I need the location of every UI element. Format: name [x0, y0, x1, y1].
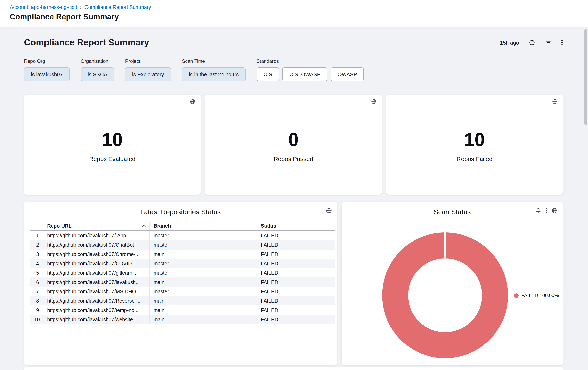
- stat-card-repos-passed: 0Repos Passed: [205, 95, 382, 195]
- status-cell: FAILED: [257, 296, 335, 306]
- branch-cell: master: [149, 268, 257, 278]
- dashboard-area: Compliance Report Summary 15h ago Repo O…: [0, 27, 588, 370]
- more-options-icon[interactable]: [546, 208, 547, 213]
- repo-url-cell: https://github.com/lavakush07/MS.DHO...: [43, 287, 149, 296]
- donut-slice-boundary: [444, 232, 446, 259]
- filter-group-scan-time: Scan Timeis in the last 24 hours: [182, 59, 246, 81]
- dashboard-title: Compliance Report Summary: [24, 37, 149, 48]
- filter-chip-is-ssca[interactable]: is SSCA: [81, 67, 114, 81]
- table-card-header: Latest Repositories Status: [24, 207, 337, 217]
- status-cell: FAILED: [257, 287, 335, 296]
- scrollbar-thumb[interactable]: [584, 29, 587, 125]
- filter-chips: is Exploratory: [125, 67, 171, 81]
- filter-label: Organization: [81, 59, 114, 64]
- legend-label: FAILED 100.00%: [521, 292, 559, 298]
- dashboard-header: Compliance Report Summary 15h ago: [24, 37, 563, 48]
- row-number: 9: [31, 307, 43, 313]
- dashboard-actions: 15h ago: [500, 39, 563, 46]
- globe-icon[interactable]: [552, 208, 557, 213]
- filter-chip-owasp[interactable]: OWASP: [331, 67, 364, 81]
- branch-cell: master: [149, 231, 257, 240]
- table-row: 3https://github.com/lavakush07/Chrome-..…: [31, 250, 335, 259]
- repo-url-cell: https://github.com/lavakush07/temp-no...: [43, 306, 149, 315]
- stat-label: Repos Passed: [205, 155, 382, 162]
- row-number: 10: [31, 317, 43, 322]
- breadcrumb-current-link[interactable]: Compliance Report Summary: [84, 4, 151, 10]
- dashboard-filters-icon[interactable]: [545, 39, 551, 46]
- latest-repositories-status-card: Latest Repositories Status Repo URL: [24, 202, 337, 365]
- sort-ascending-icon[interactable]: [142, 225, 146, 227]
- table-body: 1https://github.com/lavakush07/.Appmaste…: [31, 231, 335, 324]
- filter-chip-cis[interactable]: CIS: [257, 67, 279, 81]
- stat-label: Repos Failed: [386, 155, 563, 162]
- row-number: 6: [31, 279, 43, 285]
- filter-group-repo-org: Repo Orgis lavakush07: [24, 59, 70, 81]
- repo-url-header-label: Repo URL: [47, 223, 72, 229]
- row-number: 3: [31, 251, 43, 257]
- filter-chip-cis-owasp[interactable]: CIS, OWASP: [283, 67, 327, 81]
- repo-url-cell: https://github.com/lavakush07/website-1: [43, 315, 149, 324]
- scan-status-donut-chart[interactable]: [382, 232, 508, 358]
- filter-label: Scan Time: [182, 59, 246, 64]
- filter-group-project: Projectis Exploratory: [125, 59, 171, 81]
- scan-card-header: Scan Status: [342, 207, 563, 217]
- column-header-branch[interactable]: Branch: [149, 221, 257, 230]
- scrollbar[interactable]: [584, 28, 587, 368]
- stat-label: Repos Evaluated: [24, 155, 201, 162]
- status-cell: FAILED: [257, 268, 335, 278]
- scan-status-card: Scan Status: [342, 202, 563, 365]
- column-header-repo-url[interactable]: Repo URL: [43, 221, 149, 230]
- scan-status-title: Scan Status: [433, 208, 471, 216]
- table-row: 6https://github.com/lavakush07/lavakush.…: [31, 278, 335, 287]
- branch-cell: master: [149, 240, 257, 250]
- page-header: Account: app-harness-ng-cicd › Complianc…: [0, 0, 588, 27]
- filter-chip-is-exploratory[interactable]: is Exploratory: [125, 67, 171, 81]
- status-cell: FAILED: [257, 306, 335, 315]
- table-row: 1https://github.com/lavakush07/.Appmaste…: [31, 231, 335, 240]
- repo-url-cell: https://github.com/lavakush07/gitlearni.…: [43, 268, 149, 278]
- repo-url-cell: https://github.com/lavakush07/Reverse-..…: [43, 296, 149, 306]
- row-number: 1: [31, 233, 43, 238]
- status-cell: FAILED: [257, 259, 335, 268]
- breadcrumb-account-link[interactable]: Account: app-harness-ng-cicd: [10, 4, 77, 10]
- table-row: 9https://github.com/lavakush07/temp-no..…: [31, 306, 335, 315]
- filter-label: Standards: [257, 59, 364, 64]
- globe-icon[interactable]: [326, 208, 332, 213]
- repo-url-cell: https://github.com/lavakush07/COVID_T...: [43, 259, 149, 268]
- more-options-icon[interactable]: [561, 39, 563, 46]
- repo-url-cell: https://github.com/lavakush07/ChatBot: [43, 240, 149, 250]
- column-header-status[interactable]: Status: [257, 221, 335, 230]
- filter-chip-is-lavakush07[interactable]: is lavakush07: [24, 67, 70, 81]
- breadcrumb: Account: app-harness-ng-cicd › Complianc…: [10, 4, 578, 10]
- filter-chips: is in the last 24 hours: [182, 67, 246, 81]
- branch-cell: main: [149, 296, 257, 306]
- row-number: 2: [31, 242, 43, 248]
- alerts-bell-icon[interactable]: [536, 208, 541, 213]
- table-header-row: Repo URL Branch Status: [31, 221, 335, 231]
- repo-url-cell: https://github.com/lavakush07/.App: [43, 231, 149, 240]
- stat-cards-row: 10Repos Evaluated0Repos Passed10Repos Fa…: [24, 95, 563, 195]
- filter-label: Repo Org: [24, 59, 70, 64]
- legend-color-swatch: [514, 293, 519, 298]
- last-refreshed-timestamp: 15h ago: [500, 40, 519, 46]
- status-cell: FAILED: [257, 231, 335, 240]
- status-cell: FAILED: [257, 278, 335, 287]
- filter-chip-is-in-the-last-24-hours[interactable]: is in the last 24 hours: [182, 67, 246, 81]
- branch-cell: master: [149, 259, 257, 268]
- refresh-icon[interactable]: [529, 39, 535, 46]
- globe-icon[interactable]: [190, 99, 195, 104]
- stat-card-repos-evaluated: 10Repos Evaluated: [24, 95, 201, 195]
- globe-icon[interactable]: [552, 99, 557, 104]
- table-row: 5https://github.com/lavakush07/gitlearni…: [31, 268, 335, 278]
- chart-legend[interactable]: FAILED 100.00%: [514, 292, 559, 298]
- table-row: 10https://github.com/lavakush07/website-…: [31, 315, 335, 324]
- globe-icon[interactable]: [371, 99, 377, 104]
- branch-cell: master: [149, 287, 257, 296]
- filter-chips: CISCIS, OWASPOWASP: [257, 67, 364, 81]
- branch-cell: main: [149, 315, 257, 324]
- status-cell: FAILED: [257, 240, 335, 250]
- branch-cell: main: [149, 250, 257, 259]
- stat-value: 10: [386, 129, 563, 150]
- status-cell: FAILED: [257, 250, 335, 259]
- filter-group-organization: Organizationis SSCA: [81, 59, 114, 81]
